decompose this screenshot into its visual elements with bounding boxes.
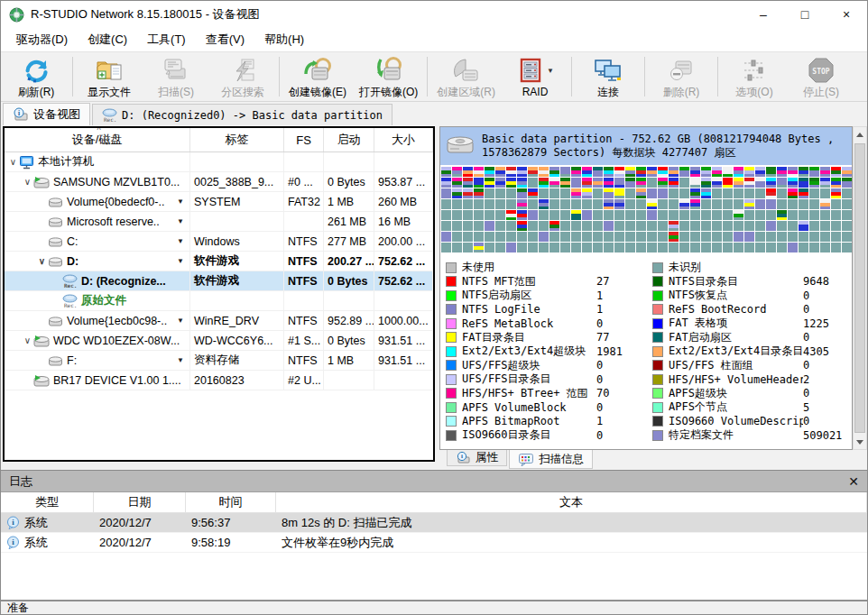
scan-block [723,243,733,252]
legend-label: NTFS恢复点 [669,288,803,303]
toolbar-button-create-image[interactable]: 创建镜像(E) [282,53,353,100]
toolbar-separator [279,57,280,96]
chevron-down-icon[interactable]: ▼ [177,197,186,206]
table-row[interactable]: Volume{0bedecf0-..▼SYSTEMFAT321 MB260 MB [5,192,433,212]
expander-icon[interactable]: ∨ [36,256,48,266]
table-row[interactable]: ∨D:▼软件游戏NTFS200.27 ...752.62 ... [5,252,433,271]
scan-block [799,221,808,231]
chevron-down-icon[interactable]: ▼ [177,356,186,364]
log-row[interactable]: i系统2020/12/79:58:19文件枚举在9秒内完成 [1,533,867,553]
scan-block [549,178,559,188]
scroll-up-icon[interactable] [854,127,866,142]
device-name: D: [67,255,78,268]
log-row[interactable]: i系统2020/12/79:56:378m 12s 的 D: 扫描已完成 [1,513,867,533]
maximize-button[interactable]: □ [784,1,826,28]
tab-scan-information[interactable]: 扫描信息 [509,450,593,469]
table-row[interactable]: Rec.原始文件 [5,291,433,311]
scan-block [604,188,614,198]
fs-cell: #0 ... [284,172,324,191]
toolbar-button-open-image[interactable]: 打开镜像(O) [353,53,424,100]
log-date: 2020/12/7 [94,513,186,532]
toolbar-button-label: 显示文件 [88,85,131,100]
chevron-down-icon[interactable]: ▼ [177,317,186,325]
tab-recognized-partition[interactable]: Rec.D: (Recognized0) -> Basic data parti… [92,104,392,125]
chevron-down-icon[interactable]: ▼ [547,67,554,75]
legend-label: HFS/HFS+ BTree+ 范围 [462,386,596,401]
fs-cell: NTFS [284,252,324,271]
legend-item: APFS个节点5 [652,400,850,415]
chevron-down-icon[interactable]: ▼ [177,237,186,245]
right-panel-scrollbar[interactable] [853,126,867,450]
scrollbar-thumb[interactable] [854,143,865,433]
label-cell: Windows [190,232,284,251]
scan-block [658,167,668,177]
menu-item-2[interactable]: 工具(T) [137,28,196,51]
log-close-icon[interactable]: ✕ [848,474,859,489]
chevron-down-icon[interactable]: ▼ [177,257,186,265]
tree-column-header-0[interactable]: ^设备/磁盘 [5,128,190,151]
tree-column-header-3[interactable]: 启动 [324,128,374,151]
toolbar-button-raid[interactable]: ▼RAID [502,53,568,100]
log-column-header-0[interactable]: 类型 [1,492,94,512]
scan-block [820,210,830,220]
scan-block [766,232,776,242]
scan-block-map[interactable] [440,165,852,254]
volume-icon [48,235,63,248]
log-table-header: 类型日期时间文本 [1,492,867,513]
scan-block [506,199,516,209]
partition-info-banner[interactable]: Basic data partition - 752.62 GB (808121… [440,127,852,165]
scan-block [485,188,494,198]
log-column-header-2[interactable]: 时间 [186,492,276,512]
expander-icon[interactable]: ∨ [22,177,33,187]
table-row[interactable]: BR17 DEVICE V1.00 1....20160823#2 U... [5,371,433,390]
legend-item: FAT启动扇区0 [652,331,850,345]
table-row[interactable]: ∨WDC WD10EZEX-08W...WD-WCC6Y6...#1 S...0… [5,331,433,351]
table-row[interactable]: F:▼资料存储NTFS1 MB931.51 ... [5,351,433,371]
menu-item-3[interactable]: 查看(V) [196,28,254,51]
table-row[interactable]: ∨本地计算机 [5,152,433,172]
toolbar-button-show-files[interactable]: 显示文件 [76,53,143,100]
table-row[interactable]: Rec.D: (Recognize...软件游戏NTFS0 Bytes752.6… [5,271,433,291]
fs-cell: NTFS [284,351,324,370]
log-column-header-1[interactable]: 日期 [94,492,186,512]
legend-count: 0 [803,387,850,399]
toolbar-button-connect[interactable]: 连接 [575,53,642,100]
close-button[interactable]: × [826,1,867,28]
table-row[interactable]: Volume{1ecb0c98-..▼WinRE_DRVNTFS952.89 .… [5,311,433,331]
scan-block [799,199,808,209]
tree-column-header-1[interactable]: 标签 [190,128,284,151]
scan-block [528,178,538,188]
menu-item-0[interactable]: 驱动器(D) [6,28,78,51]
scan-block [755,167,765,177]
size-cell: 752.62 ... [374,271,433,290]
log-column-header-3[interactable]: 文本 [276,492,867,512]
tree-column-header-2[interactable]: FS [284,128,324,151]
minimize-button[interactable]: – [743,1,784,28]
create-region-icon [451,56,482,85]
scan-block [636,178,646,188]
table-row[interactable]: ∨SAMSUNG MZVLB1T0...0025_388B_9...#0 ...… [5,172,433,192]
log-type: 系统 [24,515,48,531]
scan-block [679,232,689,242]
legend-count: 27 [596,275,643,288]
label-cell [190,212,284,231]
scan-block [820,243,830,252]
menu-item-1[interactable]: 创建(C) [78,28,137,51]
menu-item-4[interactable]: 帮助(H) [254,28,314,51]
expander-icon[interactable]: ∨ [7,157,19,167]
tab-device-view[interactable]: i设备视图 [3,103,90,125]
legend-item: APFS VolumeBlock0 [446,400,643,415]
chevron-down-icon[interactable]: ▼ [177,217,186,225]
toolbar-button-refresh[interactable]: 刷新(R) [3,53,69,100]
tab-properties[interactable]: i属性 [447,450,507,466]
scan-block [485,167,494,177]
tree-column-header-4[interactable]: 大小 [374,128,433,151]
size-cell: 260 MB [374,192,433,211]
expander-icon[interactable]: ∨ [22,335,33,345]
scroll-down-icon[interactable] [854,435,866,449]
scan-block [582,199,592,209]
legend-swatch [446,430,457,441]
table-row[interactable]: C:▼WindowsNTFS277 MB200.00 ... [5,232,433,252]
table-row[interactable]: Microsoft reserve..▼261 MB16 MB [5,212,433,232]
scan-block [495,167,505,177]
